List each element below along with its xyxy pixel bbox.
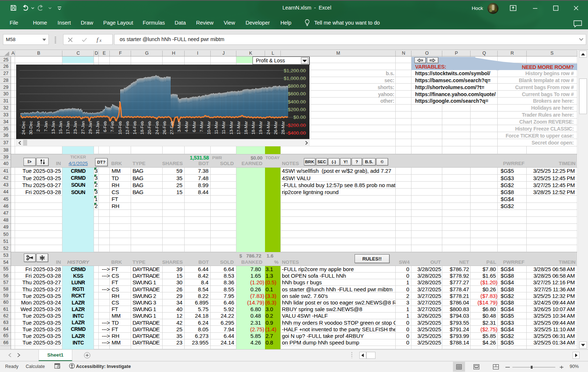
svg-text:14-Feb: 14-Feb [133,121,137,134]
svg-text:$1,000.00: $1,000.00 [284,76,306,81]
svg-text:19-Mar: 19-Mar [258,121,263,135]
svg-text:$400.00: $400.00 [288,99,306,105]
svg-text:$800.00: $800.00 [288,83,306,89]
svg-text:2-Jan: 2-Jan [36,121,40,132]
svg-text:$1,200.00: $1,200.00 [284,68,306,73]
svg-text:13-Jan: 13-Jan [51,121,55,134]
svg-text:7-Feb: 7-Feb [110,121,115,132]
svg-text:4-Mar: 4-Mar [184,121,189,132]
svg-text:28-Mar: 28-Mar [281,121,285,135]
svg-text:-$400.00: -$400.00 [286,130,306,136]
svg-text:18-Mar: 18-Mar [251,121,255,135]
svg-text:6-Mar: 6-Mar [192,121,196,132]
svg-text:11-Mar: 11-Mar [214,121,218,134]
svg-text:26-Mar: 26-Mar [273,121,278,135]
svg-text:$0.00: $0.00 [293,114,306,120]
svg-text:13-Mar: 13-Mar [229,121,233,135]
svg-text:6-Feb: 6-Feb [103,121,107,132]
svg-text:17-Jan: 17-Jan [66,121,70,134]
svg-text:18-Mar: 18-Mar [244,121,248,135]
svg-text:31-Jan: 31-Jan [95,121,100,134]
svg-text:27-Jan: 27-Jan [81,121,85,134]
svg-text:26-Feb: 26-Feb [162,121,167,134]
svg-text:7-Jan: 7-Jan [44,121,48,132]
svg-text:27-Feb: 27-Feb [170,121,174,134]
svg-text:11-Mar: 11-Mar [221,121,226,134]
svg-text:$200.00: $200.00 [288,107,306,112]
svg-text:20-Feb: 20-Feb [147,121,152,134]
svg-text:10-Feb: 10-Feb [118,121,122,134]
svg-text:7-Mar: 7-Mar [199,121,204,132]
svg-text:x: x [99,38,102,43]
svg-text:3-Mar: 3-Mar [177,121,181,132]
svg-text:24-Dec: 24-Dec [21,121,26,135]
svg-text:12-Feb: 12-Feb [125,121,130,134]
svg-text:15-Jan: 15-Jan [58,121,63,134]
svg-text:24-Feb: 24-Feb [155,121,159,134]
svg-text:30-Dec: 30-Dec [29,121,33,135]
svg-text:10-Mar: 10-Mar [207,121,211,135]
svg-text:18-Feb: 18-Feb [140,121,144,134]
svg-text:$600.00: $600.00 [288,91,306,96]
svg-text:29-Jan: 29-Jan [88,121,92,134]
svg-text:f: f [97,37,99,43]
svg-text:17-Mar: 17-Mar [236,121,241,135]
svg-text:23-Jan: 23-Jan [73,121,77,134]
svg-text:24-Mar: 24-Mar [266,121,271,135]
svg-text:-$200.00: -$200.00 [286,123,306,128]
